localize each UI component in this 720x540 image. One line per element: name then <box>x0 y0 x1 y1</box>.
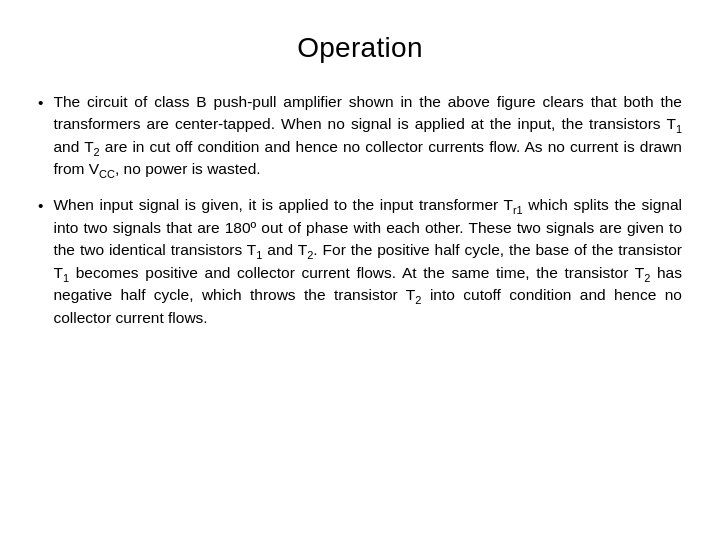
subscript: 2 <box>94 146 100 158</box>
subscript: CC <box>99 168 115 180</box>
page: Operation •The circuit of class B push-p… <box>0 0 720 540</box>
list-item-2: •When input signal is given, it is appli… <box>38 194 682 329</box>
subscript: 2 <box>307 250 313 262</box>
page-title: Operation <box>38 28 682 69</box>
subscript: 2 <box>415 294 421 306</box>
bullet-symbol-2: • <box>38 195 43 217</box>
bullet-list: •The circuit of class B push-pull amplif… <box>38 91 682 330</box>
subscript: 1 <box>256 250 262 262</box>
subscript: 2 <box>644 272 650 284</box>
bullet-symbol-1: • <box>38 92 43 114</box>
content-area: •The circuit of class B push-pull amplif… <box>38 91 682 516</box>
subscript: 1 <box>676 123 682 135</box>
subscript: 1 <box>63 272 69 284</box>
bullet-text-1: The circuit of class B push-pull amplifi… <box>53 91 682 181</box>
list-item-1: •The circuit of class B push-pull amplif… <box>38 91 682 181</box>
bullet-text-2: When input signal is given, it is applie… <box>53 194 682 329</box>
subscript: r1 <box>513 205 523 217</box>
